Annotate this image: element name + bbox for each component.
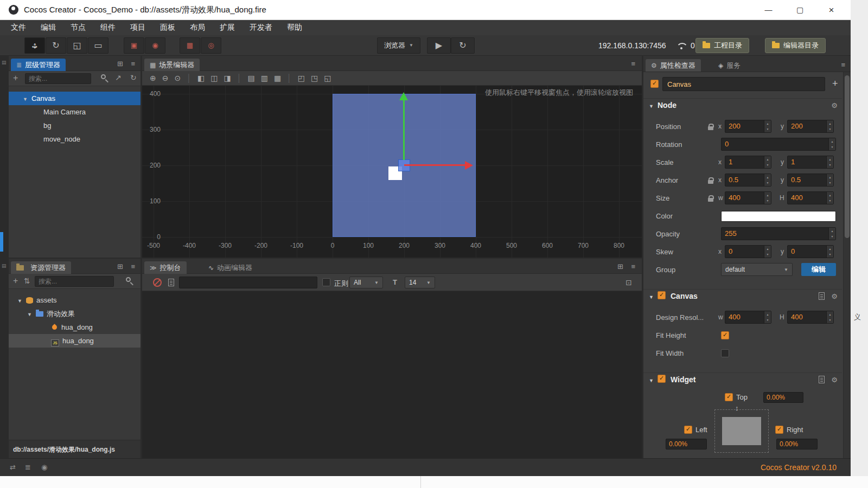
search-icon[interactable] (126, 277, 131, 282)
add-component-icon[interactable]: + (832, 78, 838, 89)
scale-tool-button[interactable]: ◱ (67, 37, 87, 54)
anchor-y-input[interactable]: 0.5 (787, 174, 834, 187)
distribute-h-icon[interactable]: ◰ (298, 74, 305, 82)
tab-scene-editor[interactable]: ▦ 场景编辑器 (144, 59, 200, 71)
spinner-icon[interactable] (826, 120, 833, 132)
skew-x-input[interactable]: 0 (725, 245, 771, 258)
font-size-dropdown[interactable]: 14 (405, 277, 435, 288)
console-output[interactable] (142, 291, 642, 458)
collapse-arrow-icon[interactable] (23, 94, 31, 102)
menu-panel[interactable]: 面板 (160, 23, 175, 33)
asset-root-assets[interactable]: assets (9, 293, 141, 307)
inspector-scrollbar[interactable] (843, 72, 851, 458)
menu-developer[interactable]: 开发者 (250, 23, 272, 33)
sync-icon[interactable]: ⇄ (10, 463, 16, 471)
gizmo-x-axis[interactable] (404, 164, 465, 166)
spinner-icon[interactable] (826, 246, 833, 258)
distribute-center-icon[interactable]: ◱ (324, 74, 331, 82)
canvas-section-header[interactable]: Canvas ⚙ (643, 289, 842, 303)
color-swatch[interactable] (721, 211, 836, 222)
rotate-tool-button[interactable]: ↻ (46, 37, 66, 54)
collapse-arrow-icon[interactable] (649, 376, 654, 384)
dock-panel-icon[interactable]: ▤ (2, 60, 7, 65)
add-node-button[interactable]: + (13, 73, 18, 83)
menu-node[interactable]: 节点 (71, 23, 86, 33)
search-icon[interactable] (101, 74, 106, 79)
group-dropdown[interactable]: default (721, 263, 793, 276)
preview-target-dropdown[interactable]: 浏览器 (377, 37, 420, 54)
spinner-icon[interactable] (828, 228, 835, 240)
move-tool-button[interactable]: ↔↕ (24, 37, 45, 54)
tree-node-main-camera[interactable]: Main Camera (9, 105, 141, 119)
spinner-icon[interactable] (826, 311, 833, 323)
asset-fire-file[interactable]: hua_dong (9, 320, 141, 334)
scale-x-input[interactable]: 1 (725, 156, 771, 169)
lock-icon[interactable] (708, 198, 713, 202)
collapse-arrow-icon[interactable] (27, 310, 36, 318)
log-file-icon[interactable] (168, 279, 174, 286)
design-height-input[interactable]: 400 (787, 311, 834, 324)
maximize-button[interactable]: ▢ (784, 0, 815, 20)
widget-top-input[interactable]: 0.00% (763, 392, 803, 403)
spinner-icon[interactable] (764, 174, 771, 186)
tree-node-canvas[interactable]: Canvas (9, 92, 141, 105)
editor-dir-button[interactable]: 编辑器目录 (765, 38, 826, 53)
asset-js-file[interactable]: JShua_dong (9, 334, 141, 348)
menu-file[interactable]: 文件 (11, 23, 26, 33)
panel-menu-icon[interactable]: ≡ (841, 61, 845, 69)
panel-menu-icon[interactable]: ≡ (131, 60, 135, 68)
scale-y-input[interactable]: 1 (787, 156, 834, 169)
gear-icon[interactable]: ⚙ (831, 101, 838, 110)
spinner-icon[interactable] (764, 311, 771, 323)
anchor-x-input[interactable]: 0.5 (725, 174, 771, 187)
spinner-icon[interactable] (764, 246, 771, 258)
hierarchy-search-input[interactable] (25, 73, 91, 84)
scene-viewport[interactable]: 400 300 200 100 0 -500 -400 -300 -200 -1… (142, 86, 642, 258)
align-right-icon[interactable]: ◨ (224, 74, 231, 82)
collapse-arrow-icon[interactable] (649, 101, 654, 110)
regex-checkbox[interactable] (322, 278, 330, 286)
scrollbar-thumb[interactable] (845, 75, 850, 238)
assets-search-input[interactable] (35, 276, 114, 287)
copy-component-icon[interactable] (819, 376, 825, 383)
tab-services[interactable]: ◈ 服务 (713, 59, 746, 72)
expand-icon[interactable]: ↗ (115, 73, 122, 82)
spinner-icon[interactable] (826, 156, 833, 168)
align-bottom-icon[interactable]: ▦ (274, 74, 281, 82)
tab-assets[interactable]: 资源管理器 (11, 261, 71, 274)
distribute-v-icon[interactable]: ◳ (311, 74, 318, 82)
gizmo-x-arrow-icon[interactable] (465, 161, 473, 170)
align-center-icon[interactable]: ◫ (210, 74, 218, 82)
menu-project[interactable]: 项目 (130, 23, 145, 33)
panel-menu-icon[interactable]: ≡ (631, 60, 635, 68)
dock-panel-icon[interactable]: ▤ (2, 263, 7, 268)
gizmo-anchor-button[interactable]: ◎ (201, 37, 221, 54)
fit-height-checkbox[interactable] (721, 331, 729, 339)
widget-diagram-target[interactable] (722, 417, 761, 445)
align-middle-icon[interactable]: ▥ (261, 74, 268, 82)
spinner-icon[interactable] (764, 156, 771, 168)
gizmo-y-axis[interactable] (403, 100, 405, 160)
zoom-in-icon[interactable]: ⊕ (150, 74, 156, 82)
align-top-icon[interactable]: ▤ (247, 74, 254, 82)
widget-right-checkbox[interactable] (775, 426, 783, 434)
clear-console-icon[interactable] (153, 278, 162, 287)
edit-group-button[interactable]: 编辑 (801, 263, 836, 276)
scroll-lock-icon[interactable]: ⊡ (626, 278, 632, 287)
log-level-dropdown[interactable]: All (349, 277, 383, 288)
gear-icon[interactable]: ⚙ (831, 376, 838, 384)
add-asset-button[interactable]: + (13, 276, 18, 286)
design-width-input[interactable]: 400 (725, 311, 771, 324)
tab-hierarchy[interactable]: ≣ 层级管理器 (11, 59, 66, 71)
widget-left-checkbox[interactable] (684, 426, 692, 434)
rotation-input[interactable]: 0 (721, 138, 836, 151)
spinner-icon[interactable] (764, 120, 771, 132)
rect-tool-button[interactable]: ▭ (88, 37, 108, 54)
refresh-icon[interactable]: ↻ (130, 73, 137, 82)
popout-icon[interactable]: ⊞ (117, 262, 123, 271)
asset-folder-huadong[interactable]: 滑动效果 (9, 307, 141, 320)
zoom-reset-icon[interactable]: ⊙ (174, 74, 181, 82)
popout-icon[interactable]: ⊞ (117, 60, 123, 68)
spinner-icon[interactable] (826, 192, 833, 204)
fit-width-checkbox[interactable] (721, 349, 729, 357)
